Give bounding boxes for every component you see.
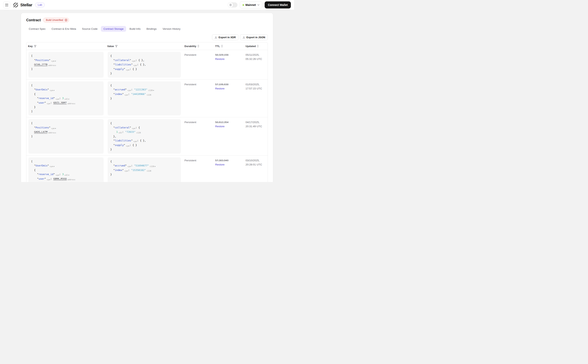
table-row: [ "UserEmis"sym, { "reserve_id"sym: 3u32… bbox=[26, 156, 268, 182]
code-line: } bbox=[110, 96, 178, 101]
tab-bindings[interactable]: Bindings bbox=[144, 26, 159, 32]
code-line: "index"sym: "15358182"i128 bbox=[110, 168, 178, 173]
address-link[interactable]: GDZ2…3DRT bbox=[53, 101, 67, 104]
ttl-cell: 58,612,354 Restore bbox=[214, 117, 244, 156]
key-code-panel: [ "Positions"sym, GCU6…J77Baddress] bbox=[28, 52, 104, 78]
sort-icon[interactable] bbox=[221, 45, 223, 47]
durability-cell: Persistent bbox=[183, 117, 214, 156]
export-toolbar: Export in XDR Export in JSON bbox=[26, 34, 268, 40]
table-row: [ "Positions"sym, GCU6…J77Baddress] { "c… bbox=[26, 50, 268, 80]
value-cell: { "collateral"sym: { 1u32: "72633"i128 }… bbox=[106, 117, 183, 156]
code-line: } bbox=[110, 172, 178, 177]
updated-date: 05/11/2025, bbox=[246, 53, 266, 57]
build-status-badge[interactable]: Build Unverified bbox=[43, 18, 69, 22]
ttl-cell: 58,329,156 Restore bbox=[214, 50, 244, 79]
filter-icon[interactable] bbox=[34, 45, 36, 47]
code-line: } bbox=[110, 147, 178, 152]
connect-wallet-button[interactable]: Connect Wallet bbox=[265, 1, 291, 8]
updated-date: 01/03/2025, bbox=[246, 82, 266, 86]
sort-icon[interactable] bbox=[197, 45, 199, 47]
code-line: ] bbox=[31, 134, 101, 139]
sun-icon bbox=[229, 4, 232, 6]
address-link[interactable]: GAOG…LA7M bbox=[34, 130, 47, 133]
code-line: "collateral"sym: { bbox=[110, 125, 178, 130]
network-status-dot bbox=[242, 4, 244, 6]
export-xdr-label: Export in XDR bbox=[219, 36, 236, 39]
code-line: "supply"sym: { } bbox=[110, 143, 178, 148]
code-line: "accrued"sym: "1221363"i128, bbox=[110, 87, 178, 92]
code-line: { bbox=[110, 121, 178, 125]
updated-cell: 03/10/2025, 20:28:01 UTC bbox=[244, 156, 268, 182]
ttl-cell: 57,106,638 Restore bbox=[214, 80, 244, 117]
value-code-panel: { "collateral"sym: { 1u32: "72633"i128 }… bbox=[108, 119, 181, 154]
chevron-down-icon bbox=[257, 4, 260, 6]
code-line: GAOG…LA7Maddress bbox=[31, 130, 101, 134]
tab-source-code[interactable]: Source Code bbox=[79, 26, 100, 32]
updated-cell: 04/17/2025, 20:31:49 UTC bbox=[244, 117, 268, 156]
code-line: { bbox=[110, 83, 178, 88]
code-line: "Positions"sym, bbox=[31, 58, 101, 63]
column-header-updated: Updated bbox=[244, 45, 268, 48]
key-code-panel: [ "Positions"sym, GAOG…LA7Maddress] bbox=[28, 119, 104, 154]
updated-time: 20:31:49 UTC bbox=[246, 124, 266, 128]
restore-link[interactable]: Restore bbox=[215, 162, 242, 167]
tab-bar: Contract Spec Contract & Env Meta Source… bbox=[26, 26, 268, 32]
code-line: "liabilities"sym: { }, bbox=[110, 138, 178, 143]
content-card: Contract Build Unverified Contract Spec … bbox=[21, 13, 273, 182]
filter-icon[interactable] bbox=[115, 45, 118, 47]
code-line: "reserve_id"sym: 3u32, bbox=[31, 172, 101, 177]
tab-contract-storage[interactable]: Contract Storage bbox=[101, 26, 126, 32]
durability-cell: Persistent bbox=[183, 156, 214, 182]
updated-time: 05:32:26 UTC bbox=[246, 57, 266, 61]
key-cell: [ "UserEmis"sym, { "reserve_id"sym: 3u32… bbox=[26, 80, 106, 117]
code-line: [ bbox=[31, 83, 101, 88]
value-code-panel: { "collateral"sym: { }, "liabilities"sym… bbox=[108, 52, 181, 78]
circle-x-icon bbox=[65, 19, 67, 21]
ttl-value: 58,329,156 bbox=[215, 53, 242, 57]
code-line: { bbox=[110, 159, 178, 164]
updated-date: 03/10/2025, bbox=[246, 158, 266, 162]
code-line: } bbox=[31, 105, 101, 109]
hamburger-button[interactable] bbox=[3, 1, 10, 8]
download-icon bbox=[242, 36, 245, 39]
code-line: "accrued"sym: "51694677"i128, bbox=[110, 163, 178, 168]
code-line: { bbox=[110, 54, 178, 58]
code-line: "UserEmis"sym, bbox=[31, 87, 101, 92]
value-cell: { "collateral"sym: { }, "liabilities"sym… bbox=[106, 50, 183, 79]
address-link[interactable]: GBRK…RSGQ bbox=[53, 177, 67, 180]
ttl-value: 57,383,940 bbox=[215, 158, 242, 162]
restore-link[interactable]: Restore bbox=[215, 86, 242, 91]
table-row: [ "UserEmis"sym, { "reserve_id"sym: 3u32… bbox=[26, 80, 268, 117]
tab-contract-spec[interactable]: Contract Spec bbox=[26, 26, 48, 32]
key-cell: [ "Positions"sym, GCU6…J77Baddress] bbox=[26, 50, 106, 79]
code-line: "user"sym: GDZ2…3DRTaddress bbox=[31, 101, 101, 105]
brand[interactable]: Stellar bbox=[13, 2, 32, 8]
tab-contract-env-meta[interactable]: Contract & Env Meta bbox=[49, 26, 79, 32]
ttl-cell: 57,383,940 Restore bbox=[214, 156, 244, 182]
address-link[interactable]: GCU6…J77B bbox=[34, 63, 47, 66]
value-cell: { "accrued"sym: "51694677"i128, "index"s… bbox=[106, 156, 183, 182]
code-line: "liabilities"sym: { }, bbox=[110, 62, 178, 67]
theme-toggle[interactable] bbox=[228, 2, 237, 7]
sort-icon[interactable] bbox=[257, 45, 259, 47]
restore-link[interactable]: Restore bbox=[215, 124, 242, 128]
code-line: [ bbox=[31, 54, 101, 58]
key-cell: [ "Positions"sym, GAOG…LA7Maddress] bbox=[26, 117, 106, 156]
restore-link[interactable]: Restore bbox=[215, 57, 242, 61]
tab-version-history[interactable]: Version History bbox=[160, 26, 183, 32]
key-cell: [ "UserEmis"sym, { "reserve_id"sym: 3u32… bbox=[26, 156, 106, 182]
tab-build-info[interactable]: Build Info bbox=[127, 26, 143, 32]
storage-table-body: [ "Positions"sym, GCU6…J77Baddress] { "c… bbox=[26, 50, 268, 182]
column-header-ttl: TTL bbox=[214, 45, 244, 48]
column-header-durability: Durability bbox=[183, 45, 214, 48]
export-json-button[interactable]: Export in JSON bbox=[240, 34, 268, 40]
network-select[interactable]: Mainnet bbox=[240, 1, 262, 8]
hamburger-icon bbox=[5, 4, 8, 6]
export-xdr-button[interactable]: Export in XDR bbox=[212, 34, 238, 40]
updated-date: 04/17/2025, bbox=[246, 120, 266, 124]
code-line: "user"sym: GBRK…RSGQaddress bbox=[31, 177, 101, 181]
code-line: { bbox=[31, 168, 101, 172]
code-line: } bbox=[31, 181, 101, 182]
page-title: Contract bbox=[26, 18, 41, 22]
value-cell: { "accrued"sym: "1221363"i128, "index"sy… bbox=[106, 80, 183, 117]
